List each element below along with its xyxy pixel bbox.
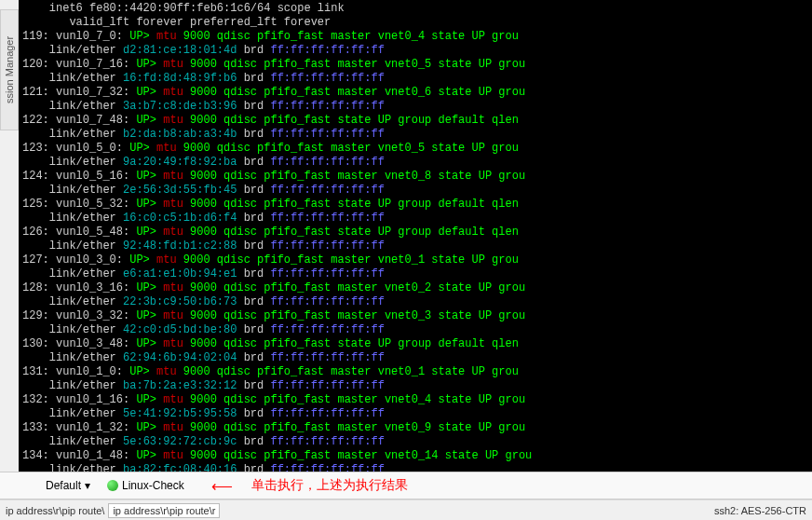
status-command-text: ip address\r\pip route\ [6, 505, 104, 516]
hint-text: 单击执行，上述为执行结果 [251, 477, 408, 494]
linux-check-label: Linux-Check [122, 479, 184, 492]
linux-check-button[interactable]: Linux-Check [99, 475, 193, 496]
status-connection: ssh2: AES-256-CTR [714, 505, 806, 516]
status-command-box: ip address\r\pip route\r [108, 503, 220, 518]
terminal-output[interactable]: inet6 fe80::4420:90ff:feb6:1c6/64 scope … [19, 0, 812, 472]
arrow-left-icon: ⟵ [211, 477, 233, 495]
session-manager-tab[interactable]: ssion Manager [0, 9, 19, 130]
chevron-down-icon: ▾ [85, 479, 90, 492]
default-profile-button[interactable]: Default ▾ [37, 475, 99, 496]
default-label: Default [46, 479, 81, 492]
status-dot-icon [107, 480, 118, 491]
toolbar: Default ▾ Linux-Check ⟵ 单击执行，上述为执行结果 [0, 472, 812, 499]
status-left: ip address\r\pip route\ ip address\r\pip… [6, 503, 220, 518]
status-bar: ip address\r\pip route\ ip address\r\pip… [0, 499, 812, 520]
